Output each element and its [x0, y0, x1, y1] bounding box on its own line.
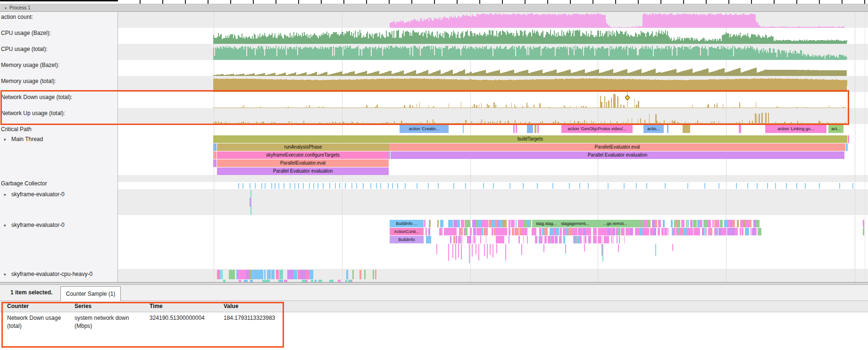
- main-thread-slice[interactable]: Parallel Evaluator evaluation: [217, 167, 389, 175]
- flame-slice[interactable]: [467, 220, 470, 227]
- flame-slice[interactable]: [520, 220, 524, 227]
- hanging-slice[interactable]: [476, 244, 476, 254]
- flame-slice[interactable]: [542, 236, 542, 243]
- main-thread-slice[interactable]: ParallelEvaluator.eval: [389, 143, 845, 151]
- flame-slice[interactable]: [695, 228, 699, 235]
- gc-event-tick[interactable]: [608, 183, 609, 189]
- flame-slice[interactable]: [271, 270, 275, 279]
- hanging-slice[interactable]: [505, 244, 506, 260]
- flame-slice[interactable]: [552, 236, 554, 243]
- flame-slice[interactable]: [535, 236, 537, 243]
- hanging-slice[interactable]: [455, 244, 456, 260]
- flame-slice[interactable]: [746, 228, 749, 235]
- flame-slice[interactable]: [455, 228, 457, 235]
- flame-slice[interactable]: BuildInfo ...: [390, 220, 424, 227]
- flame-slice[interactable]: [544, 228, 548, 235]
- flame-slice[interactable]: [430, 220, 431, 227]
- main-thread-slice[interactable]: [213, 143, 217, 151]
- flame-slice[interactable]: [512, 228, 514, 235]
- gc-event-tick[interactable]: [786, 183, 787, 189]
- critical-path-slice[interactable]: [463, 125, 464, 133]
- flame-slice[interactable]: [550, 228, 553, 235]
- flame-slice[interactable]: [450, 236, 451, 243]
- flame-slice[interactable]: [352, 270, 354, 279]
- flame-slice[interactable]: [229, 270, 233, 279]
- flame-slice[interactable]: [474, 236, 475, 243]
- critical-path-slice[interactable]: [513, 125, 515, 133]
- main-thread-slice[interactable]: ParallelEvaluator.eval: [217, 159, 389, 167]
- flame-slice[interactable]: [472, 220, 476, 227]
- flame-slice[interactable]: [693, 220, 697, 227]
- flame-slice[interactable]: [473, 228, 476, 235]
- flame-slice[interactable]: [556, 236, 558, 243]
- flame-slice[interactable]: [512, 220, 515, 227]
- hanging-slice[interactable]: [565, 244, 566, 253]
- gc-event-tick[interactable]: [523, 183, 524, 189]
- flame-slice[interactable]: [527, 236, 528, 243]
- flame-slice[interactable]: [584, 236, 584, 243]
- flame-slice[interactable]: [456, 236, 457, 243]
- gc-event-tick[interactable]: [579, 183, 580, 189]
- gc-event-tick[interactable]: [303, 183, 304, 189]
- flame-slice[interactable]: [734, 228, 738, 235]
- gc-event-tick[interactable]: [588, 183, 589, 189]
- critical-path-slice[interactable]: [537, 125, 539, 133]
- flame-slice[interactable]: [509, 236, 509, 243]
- counter-track-cpu-usage-bazel-[interactable]: [213, 30, 847, 44]
- flame-slice[interactable]: [556, 228, 559, 235]
- gc-event-tick[interactable]: [294, 183, 295, 189]
- flame-slice[interactable]: [749, 220, 751, 227]
- critical-path-slice[interactable]: action 'GenObjcProtos video/...: [561, 125, 633, 133]
- flame-slice[interactable]: [758, 228, 761, 235]
- flame-slice[interactable]: [601, 228, 605, 235]
- flame-slice[interactable]: [264, 270, 266, 279]
- flame-slice[interactable]: [699, 228, 700, 235]
- critical-path-slice[interactable]: action 'Linking go...: [765, 125, 826, 133]
- flame-slice[interactable]: [650, 220, 651, 227]
- gc-event-tick[interactable]: [238, 183, 239, 189]
- collapse-arrow-icon[interactable]: ▾: [4, 222, 6, 229]
- gc-event-tick[interactable]: [767, 183, 768, 189]
- gc-event-tick[interactable]: [309, 183, 310, 189]
- flame-slice[interactable]: [587, 228, 591, 235]
- gc-event-tick[interactable]: [313, 183, 314, 189]
- gc-event-tick[interactable]: [665, 183, 666, 189]
- hanging-slice[interactable]: [602, 244, 603, 262]
- hanging-slice[interactable]: [478, 244, 479, 260]
- gc-event-tick[interactable]: [646, 183, 647, 189]
- flame-slice[interactable]: [293, 270, 297, 279]
- flame-slice[interactable]: [664, 228, 667, 235]
- hanging-slice[interactable]: [487, 244, 488, 258]
- gc-event-tick[interactable]: [278, 183, 279, 189]
- gc-event-tick[interactable]: [465, 183, 466, 189]
- flame-slice[interactable]: [581, 236, 582, 243]
- flame-slice[interactable]: [687, 228, 691, 235]
- critical-path-slice[interactable]: [683, 125, 690, 133]
- flame-slice[interactable]: [611, 236, 612, 243]
- gc-event-tick[interactable]: [335, 183, 336, 189]
- critical-path-slice[interactable]: [516, 125, 517, 133]
- gc-event-tick[interactable]: [250, 183, 250, 189]
- flame-slice[interactable]: [246, 270, 249, 279]
- counter-track-memory-usage-bazel-[interactable]: [213, 67, 847, 76]
- flame-slice[interactable]: [460, 236, 461, 243]
- gc-event-tick[interactable]: [852, 183, 853, 189]
- gc-event-tick[interactable]: [380, 183, 381, 189]
- hanging-slice[interactable]: [672, 244, 673, 251]
- timeline-area[interactable]: action 'Creatin...action 'GenObjcProtos …: [0, 12, 868, 282]
- flame-slice[interactable]: [613, 236, 614, 243]
- sidebar-item-main-thread[interactable]: ▾Main Thread: [0, 136, 117, 142]
- gc-event-tick[interactable]: [323, 183, 324, 189]
- gc-event-tick[interactable]: [493, 183, 494, 189]
- gc-event-tick[interactable]: [805, 183, 806, 189]
- hanging-slice[interactable]: [436, 244, 437, 254]
- flame-slice[interactable]: [559, 228, 562, 235]
- flame-slice[interactable]: [279, 270, 283, 279]
- flame-slice[interactable]: [704, 220, 708, 227]
- gc-event-tick[interactable]: [569, 183, 570, 189]
- gc-event-tick[interactable]: [284, 183, 284, 189]
- flame-slice[interactable]: [424, 220, 426, 227]
- flame-slice[interactable]: [486, 228, 488, 235]
- flame-slice[interactable]: [618, 228, 620, 235]
- hanging-slice[interactable]: [496, 244, 497, 253]
